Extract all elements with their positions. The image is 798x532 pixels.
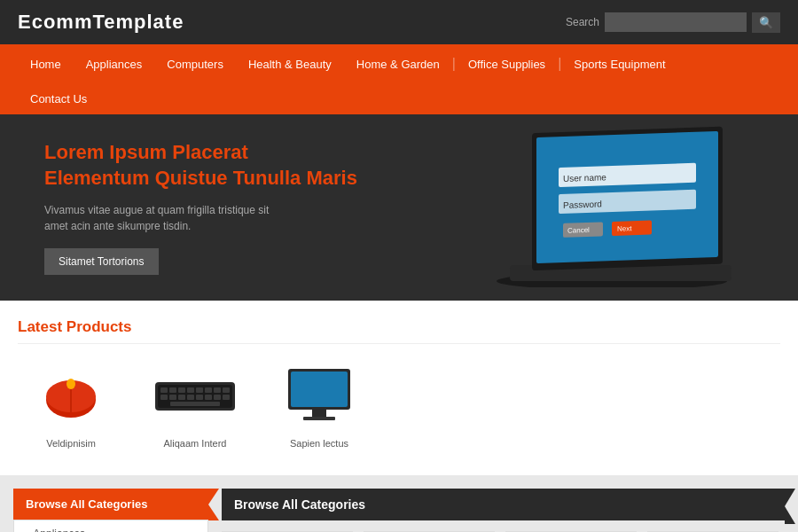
svg-rect-28: [178, 395, 185, 400]
main-content: Browse All Categories Whirlpool LTES243D…: [222, 489, 785, 532]
latest-products-section: Latest Products Veldipnisim: [0, 301, 798, 475]
svg-rect-25: [223, 387, 230, 393]
hero-text: Lorem Ipsum Placerat Elementum Quistue T…: [44, 140, 754, 274]
hero-description: Vivamus vitae augue at quam frigilla tri…: [44, 202, 293, 234]
search-input[interactable]: [605, 12, 747, 32]
hero-title: Lorem Ipsum Placerat Elementum Quistue T…: [44, 140, 754, 191]
hero-cta-button[interactable]: Sitamet Tortorions: [44, 248, 159, 275]
products-row: Veldipnisim: [18, 360, 780, 449]
nav-top: Home Appliances Computers Health & Beaut…: [18, 44, 780, 83]
product-name-monitor: Sapien lectus: [290, 438, 348, 449]
svg-rect-20: [178, 387, 185, 393]
sidebar: Browse All Categories › Appliances › Spo…: [13, 489, 208, 532]
nav-item-computers[interactable]: Computers: [154, 44, 236, 83]
sidebar-item-appliances[interactable]: › Appliances: [14, 520, 207, 532]
nav-item-sports-equipment[interactable]: Sports Equipment: [561, 44, 677, 83]
svg-rect-34: [170, 402, 220, 406]
svg-rect-30: [196, 395, 203, 400]
keyboard-icon: [151, 373, 239, 418]
chevron-icon: ›: [25, 529, 27, 533]
search-area: Search 🔍: [566, 12, 780, 33]
product-card-keyboard: Aliqaam Interd: [142, 360, 248, 449]
product-card-mouse: Veldipnisim: [18, 360, 124, 449]
nav-item-health-beauty[interactable]: Health & Beauty: [236, 44, 344, 83]
site-logo[interactable]: EcommTemplate: [18, 11, 184, 34]
svg-rect-18: [160, 387, 168, 393]
svg-rect-21: [187, 387, 194, 393]
svg-rect-24: [214, 387, 221, 393]
latest-products-title: Latest Products: [18, 318, 780, 344]
product-card-monitor: Sapien lectus: [266, 360, 372, 449]
product-name-keyboard: Aliqaam Interd: [164, 438, 227, 449]
nav-item-office-supplies[interactable]: Office Supplies: [456, 44, 558, 83]
monitor-icon: [284, 367, 355, 425]
svg-rect-27: [169, 395, 176, 400]
product-image-keyboard[interactable]: [146, 360, 244, 431]
nav-bottom: Contact Us: [18, 83, 780, 114]
svg-rect-23: [205, 387, 212, 393]
svg-rect-31: [205, 395, 212, 400]
svg-rect-36: [291, 372, 348, 407]
svg-rect-32: [214, 395, 221, 400]
site-header: EcommTemplate Search 🔍: [0, 0, 798, 44]
sidebar-item-label: Appliances: [33, 528, 85, 532]
svg-rect-37: [312, 410, 326, 417]
nav-item-appliances[interactable]: Appliances: [74, 44, 155, 83]
search-button[interactable]: 🔍: [752, 12, 780, 33]
product-image-mouse[interactable]: [22, 360, 120, 431]
svg-rect-38: [303, 417, 335, 420]
browse-all-header: Browse All Categories: [222, 489, 785, 520]
svg-point-15: [66, 379, 75, 389]
hero-section: Lorem Ipsum Placerat Elementum Quistue T…: [0, 114, 798, 301]
svg-rect-29: [187, 395, 194, 400]
search-label: Search: [566, 16, 599, 28]
nav-item-home-garden[interactable]: Home & Garden: [344, 44, 452, 83]
product-image-monitor[interactable]: [270, 360, 368, 431]
svg-rect-22: [196, 387, 203, 393]
svg-rect-26: [160, 395, 168, 400]
product-name-mouse: Veldipnisim: [46, 438, 96, 449]
nav-item-home[interactable]: Home: [18, 44, 74, 83]
mouse-icon: [35, 372, 106, 420]
svg-rect-33: [223, 395, 230, 400]
svg-rect-19: [169, 387, 176, 393]
nav-bar: Home Appliances Computers Health & Beaut…: [0, 44, 798, 114]
nav-item-contact[interactable]: Contact Us: [18, 83, 99, 114]
sidebar-header: Browse All Categories: [13, 489, 208, 520]
bottom-section: Browse All Categories › Appliances › Spo…: [0, 475, 798, 532]
sidebar-list: › Appliances › Sports Equipments › Compu…: [13, 520, 208, 532]
